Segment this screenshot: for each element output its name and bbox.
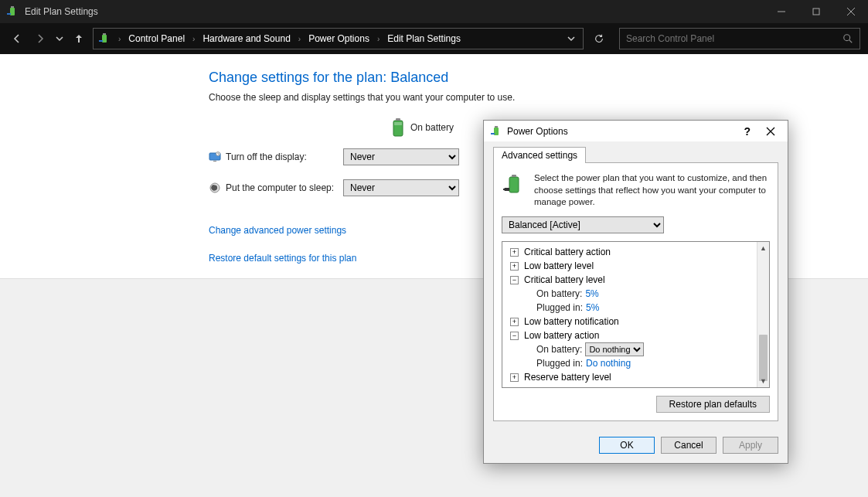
page-heading: Change settings for the plan: Balanced (209, 70, 868, 86)
breadcrumb[interactable]: › Control Panel › Hardware and Sound › P… (93, 28, 584, 49)
tab-panel: Select the power plan that you want to c… (493, 162, 778, 421)
sleep-battery-select[interactable]: Never (343, 179, 459, 196)
svg-rect-8 (103, 33, 106, 35)
tree-leaf-lowaction-battery[interactable]: On battery: Do nothing (536, 342, 754, 356)
dialog-close-button[interactable] (760, 124, 781, 139)
tab-advanced-settings[interactable]: Advanced settings (493, 147, 586, 163)
refresh-button[interactable] (588, 28, 610, 49)
svg-rect-1 (11, 6, 14, 8)
svg-line-11 (849, 40, 853, 43)
tree-item-low-notif[interactable]: +Low battery notification (524, 315, 754, 328)
tree-item-critical-level[interactable]: −Critical battery level (524, 273, 754, 287)
tree-item-low-action[interactable]: −Low battery action (524, 328, 754, 342)
panel-description-text: Select the power plan that you want to c… (534, 172, 770, 209)
scrollbar-thumb[interactable] (759, 335, 768, 381)
dialog-button-row: OK Cancel Apply (484, 429, 788, 463)
svg-rect-13 (396, 118, 400, 121)
tree-leaf-crit-battery[interactable]: On battery: 5% (536, 287, 754, 301)
scroll-down-icon[interactable]: ▼ (757, 375, 769, 387)
plan-select[interactable]: Balanced [Active] (502, 216, 664, 233)
chevron-right-icon[interactable]: › (117, 35, 122, 43)
svg-rect-2 (7, 13, 11, 15)
expand-icon[interactable]: + (510, 373, 519, 382)
ok-button[interactable]: OK (599, 437, 655, 454)
cancel-button[interactable]: Cancel (661, 437, 717, 454)
tree-leaf-lowaction-plugged[interactable]: Plugged in: Do nothing (536, 356, 754, 370)
close-button[interactable] (833, 0, 868, 23)
search-input[interactable] (626, 33, 842, 44)
forward-button[interactable] (31, 29, 49, 48)
power-options-dialog: Power Options ? Advanced settings Select… (483, 120, 788, 464)
tree-item-low-level[interactable]: +Low battery level (524, 259, 754, 273)
column-on-battery: On battery (410, 122, 454, 133)
svg-rect-27 (512, 175, 516, 177)
svg-rect-26 (509, 177, 519, 192)
back-button[interactable] (8, 29, 26, 48)
minimize-button[interactable] (764, 0, 798, 23)
app-icon (6, 5, 19, 18)
tree-leaf-crit-plugged[interactable]: Plugged in: 5% (536, 301, 754, 315)
restore-plan-defaults-button[interactable]: Restore plan defaults (656, 396, 770, 413)
crumb-control-panel[interactable]: Control Panel (125, 32, 188, 46)
svg-rect-9 (99, 40, 103, 42)
tree-scrollbar[interactable]: ▲ ▼ (757, 242, 769, 387)
power-plan-icon (502, 172, 526, 197)
search-icon[interactable] (842, 33, 853, 44)
expand-icon[interactable]: + (510, 262, 519, 271)
dialog-icon (490, 125, 502, 138)
display-battery-select[interactable]: Never (343, 148, 459, 165)
crumb-edit-plan[interactable]: Edit Plan Settings (384, 32, 464, 46)
search-box[interactable] (619, 28, 860, 49)
page-subheading: Choose the sleep and display settings th… (209, 92, 868, 103)
link-restore-defaults[interactable]: Restore default settings for this plan (209, 253, 356, 264)
crit-battery-value[interactable]: 5% (585, 287, 598, 301)
tab-strip: Advanced settings (493, 146, 778, 162)
svg-rect-23 (491, 133, 495, 134)
tree-item-critical-action[interactable]: +Critical battery action (524, 245, 754, 259)
svg-rect-28 (503, 189, 505, 190)
maximize-button[interactable] (798, 0, 833, 23)
svg-rect-14 (394, 122, 402, 125)
svg-point-10 (844, 35, 850, 41)
titlebar: Edit Plan Settings (0, 0, 868, 23)
link-advanced-settings[interactable]: Change advanced power settings (209, 225, 346, 236)
window-title: Edit Plan Settings (25, 6, 98, 17)
dialog-help-button[interactable]: ? (744, 125, 751, 138)
panel-description: Select the power plan that you want to c… (502, 172, 770, 209)
svg-rect-4 (813, 9, 819, 15)
chevron-right-icon[interactable]: › (191, 35, 196, 43)
svg-rect-22 (495, 126, 498, 128)
collapse-icon[interactable]: − (510, 276, 519, 284)
apply-button[interactable]: Apply (723, 437, 778, 454)
settings-tree: +Critical battery action +Low battery le… (502, 241, 770, 388)
dialog-body: Advanced settings Select the power plan … (484, 141, 788, 429)
tree-item-reserve[interactable]: +Reserve battery level (524, 370, 754, 384)
row-display-label: Turn off the display: (226, 151, 343, 162)
up-button[interactable] (70, 29, 88, 48)
nav-bar: › Control Panel › Hardware and Sound › P… (0, 23, 868, 54)
expand-icon[interactable]: + (510, 248, 519, 257)
chevron-down-icon[interactable] (564, 35, 578, 43)
crumb-hardware-sound[interactable]: Hardware and Sound (199, 32, 293, 46)
svg-rect-16 (213, 161, 216, 162)
low-action-battery-select[interactable]: Do nothing (585, 342, 644, 356)
crit-plugged-value[interactable]: 5% (586, 301, 599, 315)
location-icon (98, 32, 111, 45)
dialog-titlebar: Power Options ? (484, 121, 788, 141)
dialog-title: Power Options (507, 126, 744, 137)
chevron-right-icon[interactable]: › (297, 35, 302, 43)
row-sleep-label: Put the computer to sleep: (226, 182, 343, 193)
recent-dropdown[interactable] (54, 29, 65, 48)
display-icon (209, 151, 221, 163)
collapse-icon[interactable]: − (510, 332, 519, 340)
low-action-plugged-value[interactable]: Do nothing (586, 356, 631, 370)
scroll-up-icon[interactable]: ▲ (757, 242, 769, 254)
crumb-power-options[interactable]: Power Options (305, 32, 373, 46)
battery-icon (390, 117, 406, 138)
tree-content[interactable]: +Critical battery action +Low battery le… (502, 242, 757, 387)
chevron-right-icon[interactable]: › (376, 35, 381, 43)
sleep-icon (209, 182, 221, 194)
expand-icon[interactable]: + (510, 318, 519, 326)
